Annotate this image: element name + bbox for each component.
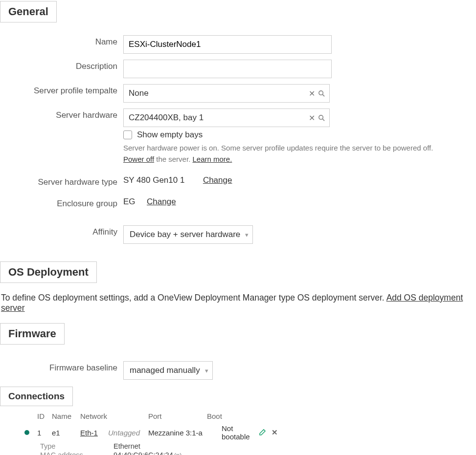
hardware-hint: Server hardware power is on. Some server… [123, 143, 451, 165]
col-id: ID [37, 412, 52, 420]
hardware-value: CZ204400XB, bay 1 [129, 113, 307, 123]
status-dot-icon [24, 430, 29, 435]
learn-more-link[interactable]: Learn more. [192, 155, 232, 163]
section-os-header: OS Deployment [0, 261, 97, 283]
fw-baseline-label: Firmware baseline [0, 359, 123, 373]
affinity-label: Affinity [0, 223, 123, 237]
connections-table-header: ID Name Network Port Boot [0, 411, 476, 423]
affinity-select[interactable]: Device bay + server hardware ▾ [123, 225, 253, 244]
section-general-header: General [0, 1, 57, 22]
detail-mac-suffix: (p) [174, 452, 182, 455]
hardware-label: Server hardware [0, 107, 123, 120]
connection-row[interactable]: 1 e1 Eth-1 Untagged Mezzanine 3:1-a Not … [0, 423, 476, 442]
svg-line-1 [322, 94, 324, 96]
conn-port: Mezzanine 3:1-a [148, 429, 222, 437]
hardware-combo[interactable]: CZ204400XB, bay 1 ✕ [123, 108, 330, 127]
name-input[interactable] [123, 35, 332, 54]
col-boot: Boot [207, 412, 222, 420]
section-firmware-header: Firmware [0, 323, 65, 345]
hwtype-value: SY 480 Gen10 1 [123, 175, 184, 185]
hwtype-change-link[interactable]: Change [203, 175, 232, 185]
clear-icon[interactable]: ✕ [307, 88, 317, 98]
conn-boot: Not bootable [222, 424, 256, 441]
template-combo[interactable]: None ✕ [123, 84, 330, 103]
fw-baseline-value: managed manually [130, 366, 200, 375]
show-empty-bays-label: Show empty bays [137, 130, 203, 140]
os-deployment-text: To define OS deployment settings, add a … [1, 293, 476, 313]
clear-icon[interactable]: ✕ [307, 113, 317, 123]
name-label: Name [0, 33, 123, 47]
section-connections-header: Connections [0, 387, 73, 406]
template-value: None [129, 88, 307, 98]
fw-baseline-select[interactable]: managed manually ▾ [123, 361, 213, 380]
conn-tag: Untagged [108, 429, 148, 437]
svg-point-0 [318, 90, 322, 94]
eg-change-link[interactable]: Change [147, 197, 176, 206]
svg-line-3 [322, 119, 324, 121]
template-label: Server profile tempalte [0, 82, 123, 96]
affinity-value: Device bay + server hardware [130, 230, 240, 239]
edit-icon[interactable] [259, 428, 267, 437]
col-network: Network [80, 412, 148, 420]
col-name: Name [52, 412, 80, 420]
eg-label: Enclosure group [0, 195, 123, 209]
description-input[interactable] [123, 60, 332, 78]
conn-name: e1 [52, 429, 80, 437]
search-icon[interactable] [317, 113, 326, 123]
detail-type-value: Ethernet [113, 442, 140, 450]
col-port: Port [148, 412, 207, 420]
chevron-down-icon: ▾ [205, 367, 208, 374]
show-empty-bays-checkbox[interactable] [123, 130, 132, 139]
conn-network-link[interactable]: Eth-1 [80, 429, 98, 437]
detail-mac-label: MAC address [40, 451, 113, 455]
power-off-link[interactable]: Power off [123, 155, 154, 163]
description-label: Description [0, 58, 123, 71]
eg-value: EG [123, 197, 136, 206]
svg-point-2 [318, 115, 322, 119]
detail-type-label: Type [40, 442, 113, 450]
hwtype-label: Server hardware type [0, 173, 123, 187]
search-icon[interactable] [317, 88, 326, 98]
detail-mac-value: 94:40:C9:6C:24:24 [113, 451, 173, 455]
delete-icon[interactable]: ✕ [272, 428, 278, 437]
conn-id: 1 [37, 429, 52, 437]
chevron-down-icon: ▾ [245, 231, 249, 238]
